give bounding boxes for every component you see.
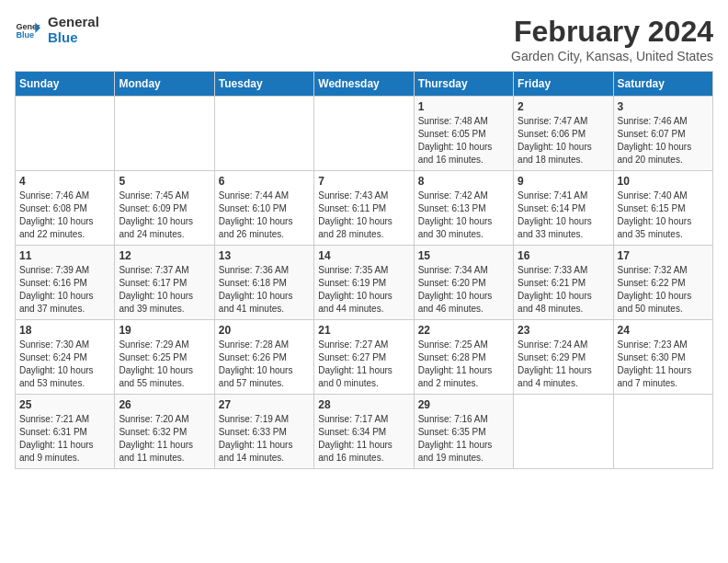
calendar-cell: 3Sunrise: 7:46 AM Sunset: 6:07 PM Daylig…	[613, 97, 712, 171]
day-info: Sunrise: 7:45 AM Sunset: 6:09 PM Dayligh…	[119, 190, 210, 241]
header-thursday: Thursday	[414, 72, 513, 97]
day-number: 28	[318, 398, 409, 411]
logo-blue: Blue	[48, 30, 99, 46]
calendar-cell: 28Sunrise: 7:17 AM Sunset: 6:34 PM Dayli…	[314, 395, 414, 469]
month-title: February 2024	[511, 15, 713, 49]
day-info: Sunrise: 7:46 AM Sunset: 6:07 PM Dayligh…	[618, 115, 709, 167]
calendar-cell	[16, 97, 115, 171]
day-number: 29	[418, 398, 509, 411]
calendar-cell: 8Sunrise: 7:42 AM Sunset: 6:13 PM Daylig…	[414, 171, 513, 246]
calendar-cell: 1Sunrise: 7:48 AM Sunset: 6:05 PM Daylig…	[414, 97, 513, 171]
calendar-table: SundayMondayTuesdayWednesdayThursdayFrid…	[15, 71, 713, 469]
day-number: 25	[19, 398, 110, 411]
day-number: 20	[219, 324, 310, 337]
day-number: 8	[418, 175, 509, 188]
day-number: 10	[618, 175, 709, 188]
day-number: 21	[318, 324, 409, 337]
calendar-cell: 22Sunrise: 7:25 AM Sunset: 6:28 PM Dayli…	[414, 320, 513, 395]
day-info: Sunrise: 7:34 AM Sunset: 6:20 PM Dayligh…	[418, 264, 509, 316]
day-info: Sunrise: 7:44 AM Sunset: 6:10 PM Dayligh…	[219, 190, 310, 241]
day-number: 5	[119, 175, 210, 188]
day-number: 3	[618, 100, 709, 113]
day-number: 16	[518, 249, 609, 262]
day-info: Sunrise: 7:29 AM Sunset: 6:25 PM Dayligh…	[119, 339, 210, 390]
day-info: Sunrise: 7:32 AM Sunset: 6:22 PM Dayligh…	[618, 264, 709, 316]
calendar-cell: 12Sunrise: 7:37 AM Sunset: 6:17 PM Dayli…	[115, 246, 214, 320]
calendar-cell: 21Sunrise: 7:27 AM Sunset: 6:27 PM Dayli…	[314, 320, 414, 395]
day-number: 2	[518, 100, 609, 113]
calendar-cell: 24Sunrise: 7:23 AM Sunset: 6:30 PM Dayli…	[613, 320, 712, 395]
day-number: 12	[119, 249, 210, 262]
day-info: Sunrise: 7:17 AM Sunset: 6:34 PM Dayligh…	[318, 413, 409, 465]
day-info: Sunrise: 7:30 AM Sunset: 6:24 PM Dayligh…	[19, 339, 110, 390]
calendar-cell	[514, 395, 613, 469]
calendar-cell: 7Sunrise: 7:43 AM Sunset: 6:11 PM Daylig…	[314, 171, 414, 246]
calendar-cell: 17Sunrise: 7:32 AM Sunset: 6:22 PM Dayli…	[613, 246, 712, 320]
calendar-cell: 6Sunrise: 7:44 AM Sunset: 6:10 PM Daylig…	[214, 171, 313, 246]
day-info: Sunrise: 7:46 AM Sunset: 6:08 PM Dayligh…	[19, 190, 110, 241]
day-info: Sunrise: 7:25 AM Sunset: 6:28 PM Dayligh…	[418, 339, 509, 390]
day-info: Sunrise: 7:42 AM Sunset: 6:13 PM Dayligh…	[418, 190, 509, 241]
calendar-cell	[214, 97, 313, 171]
day-number: 19	[119, 324, 210, 337]
calendar-cell	[314, 97, 414, 171]
calendar-week-1: 1Sunrise: 7:48 AM Sunset: 6:05 PM Daylig…	[16, 97, 713, 171]
calendar-cell: 23Sunrise: 7:24 AM Sunset: 6:29 PM Dayli…	[514, 320, 613, 395]
day-number: 4	[19, 175, 110, 188]
day-number: 7	[318, 175, 409, 188]
title-block: February 2024 Garden City, Kansas, Unite…	[511, 15, 713, 63]
day-info: Sunrise: 7:39 AM Sunset: 6:16 PM Dayligh…	[19, 264, 110, 316]
calendar-cell: 16Sunrise: 7:33 AM Sunset: 6:21 PM Dayli…	[514, 246, 613, 320]
calendar-cell: 10Sunrise: 7:40 AM Sunset: 6:15 PM Dayli…	[613, 171, 712, 246]
day-number: 23	[518, 324, 609, 337]
calendar-week-4: 18Sunrise: 7:30 AM Sunset: 6:24 PM Dayli…	[16, 320, 713, 395]
day-number: 9	[518, 175, 609, 188]
day-info: Sunrise: 7:23 AM Sunset: 6:30 PM Dayligh…	[618, 339, 709, 390]
day-info: Sunrise: 7:40 AM Sunset: 6:15 PM Dayligh…	[618, 190, 709, 241]
day-number: 24	[618, 324, 709, 337]
day-number: 27	[219, 398, 310, 411]
calendar-week-3: 11Sunrise: 7:39 AM Sunset: 6:16 PM Dayli…	[16, 246, 713, 320]
day-number: 13	[219, 249, 310, 262]
calendar-cell: 14Sunrise: 7:35 AM Sunset: 6:19 PM Dayli…	[314, 246, 414, 320]
header-friday: Friday	[514, 72, 613, 97]
day-number: 1	[418, 100, 509, 113]
calendar-cell	[115, 97, 214, 171]
header-sunday: Sunday	[16, 72, 115, 97]
header-wednesday: Wednesday	[314, 72, 414, 97]
day-number: 11	[19, 249, 110, 262]
day-info: Sunrise: 7:48 AM Sunset: 6:05 PM Dayligh…	[418, 115, 509, 167]
calendar-cell: 18Sunrise: 7:30 AM Sunset: 6:24 PM Dayli…	[16, 320, 115, 395]
calendar-header-row: SundayMondayTuesdayWednesdayThursdayFrid…	[16, 72, 713, 97]
calendar-cell: 29Sunrise: 7:16 AM Sunset: 6:35 PM Dayli…	[414, 395, 513, 469]
logo-icon: General Blue	[15, 17, 40, 43]
calendar-cell: 4Sunrise: 7:46 AM Sunset: 6:08 PM Daylig…	[16, 171, 115, 246]
calendar-cell: 26Sunrise: 7:20 AM Sunset: 6:32 PM Dayli…	[115, 395, 214, 469]
day-number: 18	[19, 324, 110, 337]
header-monday: Monday	[115, 72, 214, 97]
day-number: 22	[418, 324, 509, 337]
day-number: 6	[219, 175, 310, 188]
day-number: 17	[618, 249, 709, 262]
header-saturday: Saturday	[613, 72, 712, 97]
calendar-cell: 27Sunrise: 7:19 AM Sunset: 6:33 PM Dayli…	[214, 395, 313, 469]
svg-text:Blue: Blue	[16, 30, 34, 40]
calendar-cell: 20Sunrise: 7:28 AM Sunset: 6:26 PM Dayli…	[214, 320, 313, 395]
calendar-week-5: 25Sunrise: 7:21 AM Sunset: 6:31 PM Dayli…	[16, 395, 713, 469]
day-info: Sunrise: 7:41 AM Sunset: 6:14 PM Dayligh…	[518, 190, 609, 241]
calendar-cell: 25Sunrise: 7:21 AM Sunset: 6:31 PM Dayli…	[16, 395, 115, 469]
calendar-cell: 2Sunrise: 7:47 AM Sunset: 6:06 PM Daylig…	[514, 97, 613, 171]
day-info: Sunrise: 7:36 AM Sunset: 6:18 PM Dayligh…	[219, 264, 310, 316]
calendar-cell	[613, 395, 712, 469]
day-info: Sunrise: 7:43 AM Sunset: 6:11 PM Dayligh…	[318, 190, 409, 241]
day-info: Sunrise: 7:47 AM Sunset: 6:06 PM Dayligh…	[518, 115, 609, 167]
day-info: Sunrise: 7:35 AM Sunset: 6:19 PM Dayligh…	[318, 264, 409, 316]
day-number: 15	[418, 249, 509, 262]
calendar-week-2: 4Sunrise: 7:46 AM Sunset: 6:08 PM Daylig…	[16, 171, 713, 246]
location-title: Garden City, Kansas, United States	[511, 49, 713, 63]
day-info: Sunrise: 7:28 AM Sunset: 6:26 PM Dayligh…	[219, 339, 310, 390]
day-number: 14	[318, 249, 409, 262]
logo-general: General	[48, 15, 99, 30]
day-info: Sunrise: 7:21 AM Sunset: 6:31 PM Dayligh…	[19, 413, 110, 465]
day-info: Sunrise: 7:37 AM Sunset: 6:17 PM Dayligh…	[119, 264, 210, 316]
